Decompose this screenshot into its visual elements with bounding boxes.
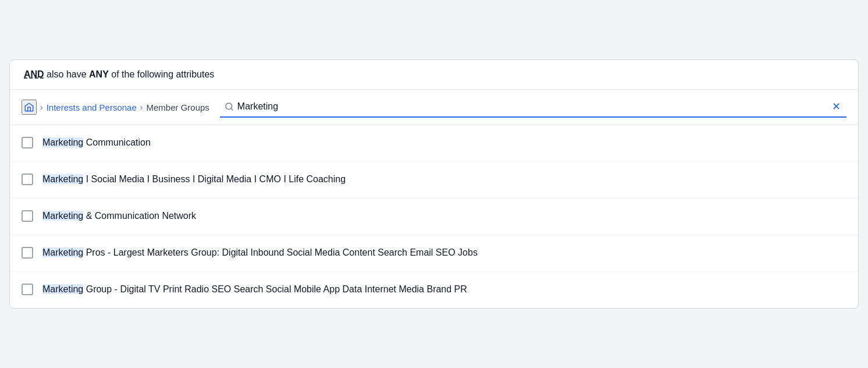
search-input[interactable] [237, 101, 825, 112]
header-bar: AND also have ANY of the following attri… [10, 60, 858, 90]
item-label-5: Marketing Group - Digital TV Print Radio… [42, 282, 467, 296]
close-icon: ✕ [832, 100, 841, 113]
list-item: Marketing & Communication Network [10, 199, 858, 235]
header-middle-text: also have [44, 69, 89, 79]
list-item: Marketing Group - Digital TV Print Radio… [10, 272, 858, 308]
highlight-1: Marketing [42, 137, 83, 147]
results-list: Marketing Communication Marketing I Soci… [10, 125, 858, 308]
item-label-4: Marketing Pros - Largest Marketers Group… [42, 246, 478, 260]
clear-search-button[interactable]: ✕ [828, 99, 844, 114]
list-item: Marketing Communication [10, 125, 858, 162]
checkbox-wrap-4 [22, 247, 33, 261]
breadcrumb-search-row: › Interests and Personae › Member Groups… [10, 90, 858, 125]
checkbox-wrap-3 [22, 210, 33, 224]
checkbox-1[interactable] [22, 137, 33, 148]
and-label: AND [24, 69, 44, 79]
main-panel: AND also have ANY of the following attri… [9, 59, 859, 309]
search-wrapper: ✕ [220, 97, 846, 118]
breadcrumb-sep-2: › [140, 102, 143, 112]
checkbox-wrap-1 [22, 137, 33, 151]
highlight-4: Marketing [42, 247, 83, 257]
item-label-3: Marketing & Communication Network [42, 209, 196, 223]
checkbox-2[interactable] [22, 174, 33, 185]
any-label: ANY [89, 69, 109, 79]
breadcrumb-current: Member Groups [146, 102, 209, 112]
header-end-text: of the following attributes [109, 69, 214, 79]
highlight-3: Marketing [42, 211, 83, 221]
search-icon [225, 102, 234, 111]
highlight-2: Marketing [42, 174, 83, 184]
home-button[interactable] [22, 100, 37, 115]
item-label-2: Marketing I Social Media I Business I Di… [42, 172, 346, 186]
checkbox-wrap-2 [22, 174, 33, 187]
list-item: Marketing I Social Media I Business I Di… [10, 162, 858, 199]
home-icon [24, 102, 34, 112]
checkbox-wrap-5 [22, 284, 33, 298]
checkbox-4[interactable] [22, 247, 33, 259]
highlight-5: Marketing [42, 284, 83, 294]
checkbox-3[interactable] [22, 210, 33, 222]
item-label-1: Marketing Communication [42, 136, 151, 150]
svg-line-1 [231, 108, 233, 110]
breadcrumb-link-interests[interactable]: Interests and Personae [47, 102, 137, 112]
checkbox-5[interactable] [22, 284, 33, 295]
breadcrumb-sep-1: › [40, 102, 43, 112]
list-item: Marketing Pros - Largest Marketers Group… [10, 235, 858, 272]
